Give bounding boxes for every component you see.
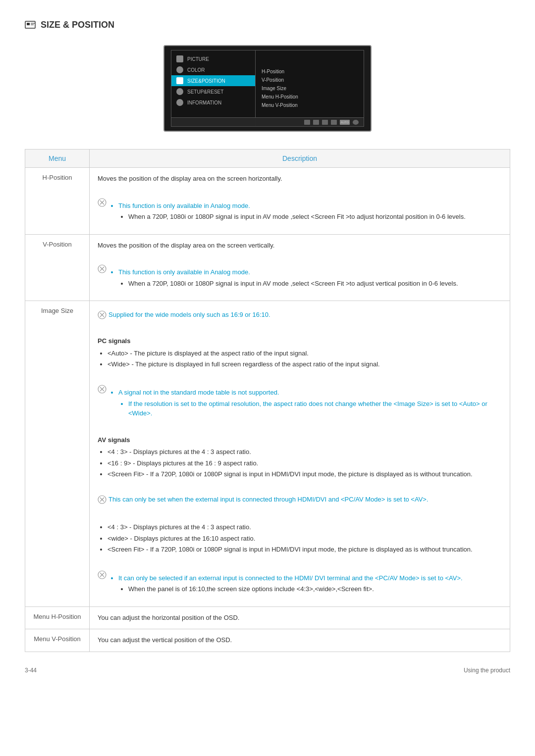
av2-bullets-list: <4 : 3> - Displays pictures at the 4 : 3… [107, 522, 502, 554]
desc-cell-v-position: Moves the position of the display area o… [90, 234, 510, 301]
menu-v-pos-desc: You can adjust the vertical position of … [98, 636, 232, 644]
osd-item-information: INFORMATION [171, 97, 255, 108]
table-row: V-Position Moves the position of the dis… [25, 234, 510, 301]
av2-panel-note: When the panel is of 16:10,the screen si… [128, 584, 463, 594]
monitor-container: PICTURE COLOR SIZE&POSITION SETUP&RESET … [25, 45, 510, 132]
osd-btn-right [331, 120, 337, 125]
pc-wide-bullet: <Wide> - The picture is displayed in ful… [107, 359, 502, 369]
v-pos-analog-note: This function is only available in Analo… [118, 267, 458, 277]
pc-signals-label: PC signals [98, 336, 502, 347]
desc-cell-menu-v-position: You can adjust the vertical position of … [90, 629, 510, 652]
av-4-3-bullet: <4 : 3> - Displays pictures at the 4 : 3… [107, 447, 502, 457]
osd-menu: PICTURE COLOR SIZE&POSITION SETUP&RESET … [171, 50, 364, 127]
osd-btn-power [353, 120, 359, 125]
h-pos-note1-row: This function is only available in Analo… [98, 198, 502, 225]
note-icon-1 [98, 198, 107, 210]
pc-resolution-note: If the resolution is set to the optimal … [128, 399, 502, 418]
menu-cell-h-position: H-Position [25, 168, 90, 235]
note-icon-3 [98, 310, 107, 323]
menu-cell-menu-h-position: Menu H-Position [25, 606, 90, 629]
page-title: SIZE & POSITION [41, 20, 114, 30]
table-row: Menu V-Position You can adjust the verti… [25, 629, 510, 652]
osd-btn-enter [322, 120, 328, 125]
menu-cell-image-size: Image Size [25, 301, 90, 606]
image-size-note3-row: This can only be set when the external i… [98, 495, 502, 507]
menu-h-pos-desc: You can adjust the horizontal position o… [98, 614, 239, 621]
note-icon-2 [98, 264, 107, 277]
page-footer: 3-44 Using the product [25, 667, 510, 674]
osd-item-size-position: SIZE&POSITION [171, 75, 255, 86]
h-pos-analog-note: This function is only available in Analo… [118, 201, 466, 211]
osd-item-color: COLOR [171, 64, 255, 75]
pc-signal-note: A signal not in the standard mode table … [118, 388, 502, 398]
menu-cell-v-position: V-Position [25, 234, 90, 301]
v-pos-intro: Moves the position of the display area o… [98, 241, 502, 251]
monitor-image: PICTURE COLOR SIZE&POSITION SETUP&RESET … [163, 45, 372, 132]
footer-page-number: 3-44 [25, 667, 37, 674]
h-pos-sub-list: When a 720P, 1080i or 1080P signal is in… [128, 212, 466, 222]
note-icon-4 [98, 385, 107, 397]
osd-option-menu-h-position: Menu H-Position [262, 94, 358, 100]
menu-cell-menu-v-position: Menu V-Position [25, 629, 90, 652]
v-pos-av-note: When a 720P, 1080i or 1080P signal is in… [128, 279, 458, 289]
pc-note2-sub: If the resolution is set to the optimal … [128, 399, 502, 418]
osd-btn-x [304, 120, 310, 125]
osd-bottom-bar: AUTO [171, 117, 364, 126]
image-size-note2-row: A signal not in the standard mode table … [98, 384, 502, 422]
osd-btn-down [313, 120, 319, 125]
h-pos-note1-list: This function is only available in Analo… [118, 200, 466, 223]
av2-4-3-bullet: <4 : 3> - Displays pictures at the 4 : 3… [107, 522, 502, 532]
pc-auto-bullet: <Auto> - The picture is displayed at the… [107, 349, 502, 358]
desc-cell-h-position: Moves the position of the display area o… [90, 168, 510, 235]
av-signals-list: <4 : 3> - Displays pictures at the 4 : 3… [107, 447, 502, 479]
osd-right-panel: H-Position V-Position Image Size Menu H-… [256, 50, 364, 126]
av2-external-note: It can only be selected if an external i… [118, 573, 463, 583]
av-screenfit-bullet: <Screen Fit> - If a 720P, 1080i or 1080P… [107, 469, 502, 479]
osd-item-picture: PICTURE [171, 53, 255, 64]
av-hdmi-note: This can only be set when the external i… [108, 495, 428, 505]
v-pos-note1-list: This function is only available in Analo… [118, 266, 458, 290]
footer-section-label: Using the product [464, 667, 510, 674]
size-position-icon [25, 21, 36, 30]
v-pos-sub-list: When a 720P, 1080i or 1080P signal is in… [128, 279, 458, 289]
av2-note4-sub: When the panel is of 16:10,the screen si… [128, 584, 463, 594]
col-header-menu: Menu [25, 150, 90, 168]
note-icon-6 [98, 570, 107, 583]
av2-screenfit-bullet: <Screen Fit> - If a 720P, 1080i or 1080P… [107, 545, 502, 554]
table-row: Image Size Supplied for the wide models … [25, 301, 510, 606]
h-pos-av-note: When a 720P, 1080i or 1080P signal is in… [128, 212, 466, 222]
page-header: SIZE & POSITION [25, 20, 510, 30]
desc-cell-image-size: Supplied for the wide models only such a… [90, 301, 510, 606]
desc-cell-menu-h-position: You can adjust the horizontal position o… [90, 606, 510, 629]
image-size-wide-note: Supplied for the wide models only such a… [108, 310, 270, 320]
osd-option-image-size: Image Size [262, 86, 358, 91]
image-size-note-top: Supplied for the wide models only such a… [98, 310, 502, 323]
osd-left-panel: PICTURE COLOR SIZE&POSITION SETUP&RESET … [171, 50, 256, 126]
v-pos-note1-row: This function is only available in Analo… [98, 264, 502, 292]
pc-signals-list: <Auto> - The picture is displayed at the… [107, 349, 502, 369]
osd-option-menu-v-position: Menu V-Position [262, 102, 358, 108]
osd-option-v-position: V-Position [262, 77, 358, 83]
image-size-note4-row: It can only be selected if an external i… [98, 570, 502, 598]
osd-btn-auto: AUTO [340, 120, 350, 125]
av2-wide-bullet: <wide> - Displays pictures at the 16:10 … [107, 534, 502, 544]
osd-option-h-position: H-Position [262, 69, 358, 74]
note-icon-5 [98, 495, 107, 507]
h-pos-intro: Moves the position of the display area o… [98, 174, 502, 184]
table-row: H-Position Moves the position of the dis… [25, 168, 510, 235]
pc-note2-list: A signal not in the standard mode table … [118, 386, 502, 420]
svg-rect-1 [27, 23, 30, 25]
av-signals-label: AV signals [98, 435, 502, 446]
av2-note4-list: It can only be selected if an external i… [118, 572, 463, 596]
table-row: Menu H-Position You can adjust the horiz… [25, 606, 510, 629]
main-table: Menu Description H-Position Moves the po… [25, 149, 510, 652]
osd-item-setup-reset: SETUP&RESET [171, 86, 255, 97]
av-16-9-bullet: <16 : 9> - Displays pictures at the 16 :… [107, 458, 502, 468]
col-header-description: Description [90, 150, 510, 168]
